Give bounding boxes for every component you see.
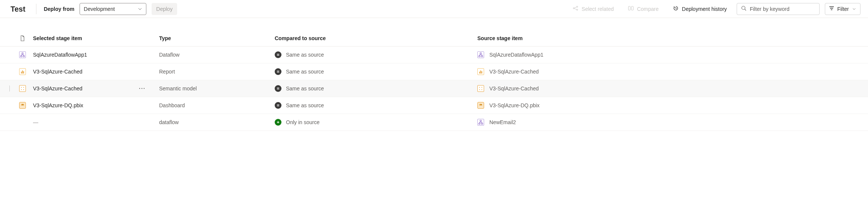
semantic-model-icon	[477, 85, 484, 92]
row-type-cell: dataflow	[156, 119, 272, 125]
page-title: Test	[11, 4, 36, 14]
row-source-cell[interactable]: NewEmail2	[474, 119, 737, 126]
report-icon	[19, 68, 26, 75]
table-row[interactable]: V3-SqlAzure-DQ.pbixDashboardSame as sour…	[0, 97, 868, 114]
svg-rect-9	[480, 53, 481, 54]
chevron-down-icon	[138, 7, 142, 11]
row-type-cell: Dataflow	[156, 52, 272, 58]
compare-status-text: Same as source	[286, 52, 324, 58]
compare-status-text: Same as source	[286, 86, 324, 92]
items-table: Selected stage item Type Compared to sou…	[0, 30, 868, 131]
row-name-cell[interactable]: —	[30, 119, 156, 125]
svg-point-1	[576, 6, 578, 7]
header-source[interactable]: Source stage item	[474, 35, 737, 41]
source-item-name: SqlAzureDataflowApp1	[489, 52, 543, 58]
compare-status-text: Only in source	[286, 119, 319, 125]
row-type-icon-cell	[15, 85, 30, 92]
deployment-history-button[interactable]: Deployment history	[668, 3, 731, 15]
row-compared-cell: Same as source	[272, 51, 474, 58]
svg-point-18	[21, 87, 22, 88]
history-icon	[673, 5, 679, 12]
row-type-cell: Dashboard	[156, 102, 272, 108]
equal-badge-icon	[275, 102, 281, 109]
row-source-cell[interactable]: V3-SqlAzure-Cached	[474, 85, 737, 92]
report-icon	[477, 68, 484, 75]
row-type-cell: Report	[156, 69, 272, 75]
table-row[interactable]: V3-SqlAzure-Cached···Semantic modelSame …	[0, 80, 868, 97]
search-icon	[741, 5, 747, 12]
filter-button[interactable]: Filter	[825, 3, 860, 15]
row-type-icon-cell	[15, 51, 30, 58]
svg-rect-17	[481, 71, 482, 74]
dashboard-icon	[19, 102, 26, 109]
source-item-name: V3-SqlAzure-DQ.pbix	[489, 102, 540, 108]
header-type[interactable]: Type	[156, 35, 272, 41]
svg-rect-8	[23, 56, 25, 57]
item-name: V3-SqlAzure-Cached	[33, 69, 83, 75]
filter-keyword-search[interactable]	[737, 3, 820, 15]
table-row[interactable]: —dataflowOnly in sourceNewEmail2	[0, 114, 868, 131]
compare-icon	[628, 5, 634, 12]
dataflow-icon	[477, 119, 484, 126]
row-name-cell[interactable]: SqlAzureDataflowApp1	[30, 52, 156, 58]
deploy-button[interactable]: Deploy	[152, 3, 177, 15]
table-row[interactable]: SqlAzureDataflowApp1DataflowSame as sour…	[0, 46, 868, 63]
row-compared-cell: Same as source	[272, 68, 474, 75]
svg-rect-12	[21, 72, 22, 74]
equal-badge-icon	[275, 68, 281, 75]
svg-point-21	[23, 89, 24, 90]
svg-rect-11	[481, 56, 483, 57]
svg-rect-15	[479, 72, 480, 74]
svg-point-25	[481, 89, 482, 90]
svg-point-23	[481, 87, 482, 88]
filter-icon	[829, 6, 834, 12]
header-selected[interactable]: Selected stage item	[30, 35, 156, 41]
svg-rect-13	[22, 70, 23, 74]
row-type-cell: Semantic model	[156, 86, 272, 92]
row-name-cell[interactable]: V3-SqlAzure-Cached···	[30, 86, 156, 92]
svg-rect-16	[480, 70, 481, 74]
chevron-down-icon	[852, 7, 856, 11]
row-compared-cell: Same as source	[272, 102, 474, 109]
svg-rect-3	[629, 6, 630, 10]
svg-rect-4	[632, 6, 633, 10]
more-options-icon[interactable]: ···	[139, 86, 153, 92]
table-row[interactable]: V3-SqlAzure-CachedReportSame as sourceV3…	[0, 63, 868, 80]
item-name: —	[33, 119, 38, 125]
svg-point-20	[21, 89, 22, 90]
compare-status-text: Same as source	[286, 102, 324, 108]
item-name: V3-SqlAzure-Cached	[33, 86, 83, 92]
header-compared[interactable]: Compared to source	[272, 35, 474, 41]
row-name-cell[interactable]: V3-SqlAzure-Cached	[30, 69, 156, 75]
svg-point-19	[23, 87, 24, 88]
svg-point-24	[479, 89, 480, 90]
checkbox-icon[interactable]	[5, 86, 10, 92]
dashboard-icon	[477, 102, 484, 109]
svg-point-5	[742, 6, 745, 10]
semantic-model-icon	[19, 85, 26, 92]
filter-keyword-input[interactable]	[750, 6, 815, 12]
svg-point-2	[576, 9, 578, 10]
row-name-cell[interactable]: V3-SqlAzure-DQ.pbix	[30, 102, 156, 108]
svg-point-22	[479, 87, 480, 88]
row-source-cell[interactable]: SqlAzureDataflowApp1	[474, 51, 737, 58]
row-source-cell[interactable]: V3-SqlAzure-Cached	[474, 68, 737, 75]
svg-rect-28	[481, 123, 483, 124]
compare-button: Compare	[623, 3, 663, 15]
row-compared-cell: Same as source	[272, 85, 474, 92]
table-header: Selected stage item Type Compared to sou…	[0, 30, 868, 46]
row-checkbox-cell[interactable]	[0, 86, 15, 92]
select-related-button: Select related	[568, 3, 618, 15]
row-type-icon-cell	[15, 102, 30, 109]
deploy-from-select[interactable]: Development	[80, 3, 146, 15]
share-icon	[573, 5, 579, 12]
source-item-name: V3-SqlAzure-Cached	[489, 69, 539, 75]
plus-badge-icon	[275, 119, 281, 126]
row-source-cell[interactable]: V3-SqlAzure-DQ.pbix	[474, 102, 737, 109]
item-name: V3-SqlAzure-DQ.pbix	[33, 102, 83, 108]
header-icon-cell[interactable]	[15, 35, 30, 41]
dataflow-icon	[19, 51, 26, 58]
svg-rect-27	[479, 123, 480, 124]
deploy-from-value: Development	[84, 6, 115, 12]
svg-rect-26	[480, 120, 481, 122]
